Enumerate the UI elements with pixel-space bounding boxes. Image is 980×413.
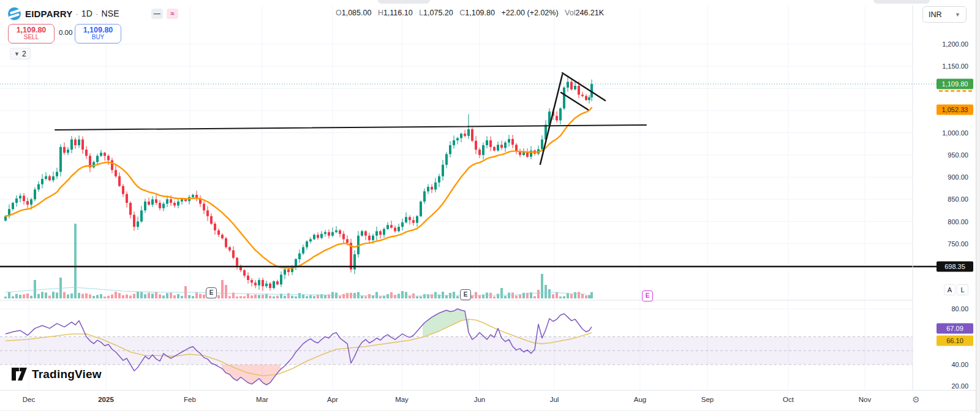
earnings-flag[interactable]: E [460,289,471,300]
support-line-badge: 698.35 [937,261,973,271]
chevron-down-icon: ▼ [955,12,960,18]
axis-label: 1,000.00 [942,129,968,137]
buy-price: 1,109.80 [75,26,121,34]
axis-label: 1,150.00 [942,63,968,70]
sell-label: SELL [9,34,54,40]
axis-label: 900.00 [948,173,968,181]
gear-icon[interactable]: ⚙ [912,395,920,404]
time-axis-label: Sep [701,396,714,403]
interval-label[interactable]: 1D [81,9,92,18]
axis-label: 20.00 [951,382,968,390]
spread-value: 0.00 [59,29,72,36]
currency-value: INR [929,10,942,19]
sell-button[interactable]: 1,109.80 SELL [8,24,55,44]
time-axis-label: Nov [859,396,871,403]
time-axis-label: 2025 [98,396,114,403]
close-label: C [459,9,465,17]
open-label: O [336,9,342,17]
price-axis[interactable]: 1,200.001,150.001,000.00950.00900.00850.… [913,0,974,413]
window-edge [976,0,980,413]
sell-price: 1,109.80 [9,26,54,34]
separator: · [96,9,98,18]
buy-label: BUY [75,34,121,40]
rsi-ma-value-badge: 66.10 [937,335,973,346]
axis-label: 80.00 [951,305,968,313]
axis-label: 800.00 [948,218,968,225]
low-value: 1,075.20 [423,9,453,17]
clipped-label-fragment [939,90,972,92]
exchange-label: NSE [101,9,119,18]
browser-tab-artifact [873,0,930,4]
earnings-flag[interactable]: E [642,290,653,301]
high-label: H [378,9,383,17]
indicators-collapse-chip[interactable]: ▼ 2 [10,48,31,59]
axis-label: 1,200.00 [942,40,968,48]
time-axis-label: Feb [184,396,196,403]
time-axis-label: Aug [634,396,646,403]
ohlc-readout: O1,085.00 H1,116.10 L1,075.20 C1,109.80 … [336,9,604,17]
change-value: +22.00 (+2.02%) [501,9,558,17]
time-axis-label: Jun [474,396,486,403]
indicator-count: 2 [22,50,26,58]
log-scale-button[interactable]: L [957,284,968,295]
time-axis-label: Jul [550,396,559,403]
currency-dropdown[interactable]: INR ▼ [922,6,967,23]
minus-icon[interactable]: — [151,9,163,19]
volume-value: 246.21K [575,9,604,17]
axis-label: 750.00 [948,240,968,248]
chevron-down-icon: ▼ [14,51,20,57]
axis-label: 850.00 [948,195,968,203]
buy-button[interactable]: 1,109.80 BUY [75,24,121,44]
tradingview-chart-window: EIDPARRY · 1D · NSE — ≈ O1,085.00 H1,116… [0,0,980,413]
approx-wave-icon[interactable]: ≈ [167,9,178,19]
instrument-logo [8,7,21,20]
chart-canvas[interactable] [0,0,980,413]
open-value: 1,085.00 [342,9,372,17]
axis-label: 40.00 [951,361,968,368]
volume-label: Vol [565,9,575,17]
separator: · [75,9,78,18]
time-axis[interactable]: Dec2025FebMarAprMayJunJulAugSepOctNov [0,391,913,409]
ma-value-badge: 1,052.33 [937,104,973,115]
axis-label: 950.00 [948,151,968,159]
watermark-text: TradingView [32,368,102,381]
high-value: 1,116.10 [383,9,413,17]
last-price-badge: 1,109.80 [937,79,973,89]
time-axis-label: Oct [783,396,794,403]
time-axis-label: Dec [23,396,35,403]
time-axis-label: Apr [327,396,338,403]
time-axis-label: Mar [256,396,268,403]
auto-scale-button[interactable]: A [944,284,956,295]
earnings-flag[interactable]: E [206,287,217,298]
tradingview-watermark[interactable]: TradingView [11,367,102,381]
symbol-name[interactable]: EIDPARRY [25,9,72,19]
close-value: 1,109.80 [465,9,495,17]
tradingview-logo-icon [11,367,28,381]
time-axis-label: May [395,396,409,403]
rsi-value-badge: 67.09 [937,324,973,334]
browser-tab-artifact [378,0,430,4]
symbol-header[interactable]: EIDPARRY · 1D · NSE — ≈ [8,6,178,21]
